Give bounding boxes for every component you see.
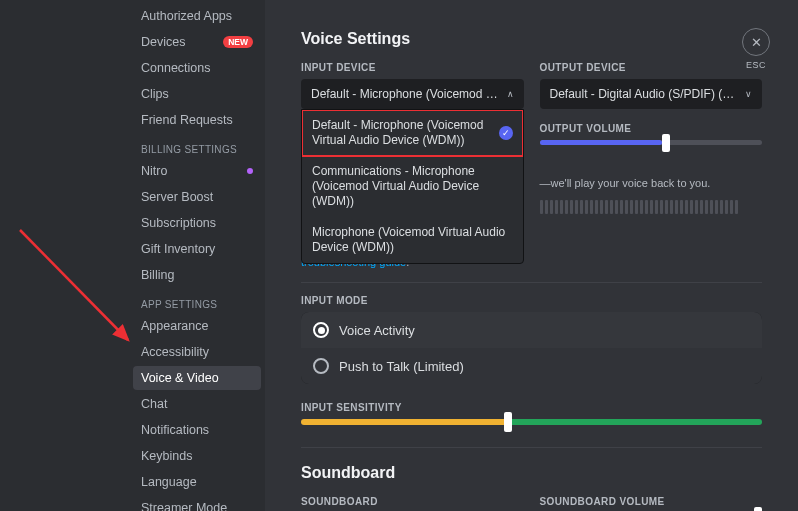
close-button[interactable]: ✕ ESC — [742, 28, 770, 70]
chevron-up-icon: ∧ — [507, 89, 514, 99]
sidebar-item-billing[interactable]: Billing — [133, 263, 261, 287]
mic-test-hint: —we'll play your voice back to you. — [540, 175, 763, 192]
output-device-label: OUTPUT DEVICE — [540, 62, 763, 73]
settings-sidebar: Authorized Apps DevicesNEW Connections C… — [0, 0, 265, 511]
sidebar-item-devices[interactable]: DevicesNEW — [133, 30, 261, 54]
input-sensitivity-label: INPUT SENSITIVITY — [301, 402, 762, 413]
sidebar-item-accessibility[interactable]: Accessibility — [133, 340, 261, 364]
sidebar-item-appearance[interactable]: Appearance — [133, 314, 261, 338]
radio-icon — [313, 358, 329, 374]
sidebar-item-authorized-apps[interactable]: Authorized Apps — [133, 4, 261, 28]
sidebar-item-nitro[interactable]: Nitro — [133, 159, 261, 183]
divider — [301, 282, 762, 283]
output-volume-slider[interactable] — [540, 140, 763, 145]
input-mode-label: INPUT MODE — [301, 295, 762, 306]
input-sensitivity-slider[interactable] — [301, 419, 762, 425]
dropdown-option[interactable]: Communications - Microphone (Voicemod Vi… — [302, 156, 523, 217]
settings-main: ✕ ESC Voice Settings INPUT DEVICE Defaul… — [265, 0, 798, 511]
nitro-dot-icon — [247, 168, 253, 174]
sidebar-item-server-boost[interactable]: Server Boost — [133, 185, 261, 209]
sidebar-item-notifications[interactable]: Notifications — [133, 418, 261, 442]
page-title: Voice Settings — [301, 30, 762, 48]
dropdown-option[interactable]: Microphone (Voicemod Virtual Audio Devic… — [302, 217, 523, 263]
soundboard-title: Soundboard — [301, 464, 762, 482]
close-icon: ✕ — [742, 28, 770, 56]
radio-push-to-talk[interactable]: Push to Talk (Limited) — [301, 348, 762, 384]
dropdown-option[interactable]: Default - Microphone (Voicemod Virtual A… — [302, 110, 523, 156]
input-device-select[interactable]: Default - Microphone (Voicemod Virtual ∧ — [301, 79, 524, 109]
esc-label: ESC — [746, 60, 766, 70]
sidebar-category-app: APP SETTINGS — [133, 289, 261, 314]
output-volume-label: OUTPUT VOLUME — [540, 123, 763, 134]
check-icon: ✓ — [499, 126, 513, 140]
soundboard-volume-label: SOUNDBOARD VOLUME — [540, 496, 763, 507]
sidebar-item-streamer-mode[interactable]: Streamer Mode — [133, 496, 261, 511]
soundboard-label: SOUNDBOARD — [301, 496, 524, 507]
sidebar-category-billing: BILLING SETTINGS — [133, 134, 261, 159]
radio-icon — [313, 322, 329, 338]
sidebar-item-friend-requests[interactable]: Friend Requests — [133, 108, 261, 132]
mic-level-meter — [540, 200, 763, 214]
sidebar-item-voice-video[interactable]: Voice & Video — [133, 366, 261, 390]
radio-voice-activity[interactable]: Voice Activity — [301, 312, 762, 348]
divider — [301, 447, 762, 448]
sidebar-item-language[interactable]: Language — [133, 470, 261, 494]
output-device-select[interactable]: Default - Digital Audio (S/PDIF) (High D… — [540, 79, 763, 109]
input-device-dropdown: Default - Microphone (Voicemod Virtual A… — [301, 109, 524, 264]
input-device-label: INPUT DEVICE — [301, 62, 524, 73]
chevron-down-icon: ∨ — [745, 89, 752, 99]
sidebar-item-subscriptions[interactable]: Subscriptions — [133, 211, 261, 235]
sidebar-item-clips[interactable]: Clips — [133, 82, 261, 106]
sidebar-item-chat[interactable]: Chat — [133, 392, 261, 416]
sidebar-item-gift-inventory[interactable]: Gift Inventory — [133, 237, 261, 261]
input-mode-group: Voice Activity Push to Talk (Limited) — [301, 312, 762, 384]
sidebar-item-keybinds[interactable]: Keybinds — [133, 444, 261, 468]
sidebar-item-connections[interactable]: Connections — [133, 56, 261, 80]
new-badge: NEW — [223, 36, 253, 48]
